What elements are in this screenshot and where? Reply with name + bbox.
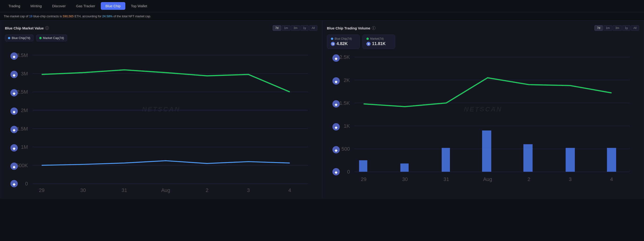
svg-rect-69 <box>607 148 616 172</box>
right-legend-blue-block: Blue Chip(7d) ◆ 4.82K <box>327 34 360 49</box>
svg-text:◆: ◆ <box>13 165 16 169</box>
svg-text:4: 4 <box>288 187 291 193</box>
svg-text:30: 30 <box>80 187 86 193</box>
left-filter-7d[interactable]: 7d <box>273 25 281 31</box>
svg-text:3: 3 <box>569 176 572 182</box>
left-legend-market-cap: Market Cap(7d) <box>36 34 67 41</box>
svg-text:Aug: Aug <box>161 187 170 193</box>
svg-rect-67 <box>523 144 532 172</box>
right-filter-1m[interactable]: 1m <box>603 25 612 31</box>
right-legend-blue-value: ◆ 4.82K <box>331 41 356 46</box>
svg-text:◆: ◆ <box>13 128 16 132</box>
svg-text:◆: ◆ <box>335 102 338 106</box>
left-legend-blue-dot <box>8 37 10 39</box>
svg-text:30: 30 <box>402 176 408 182</box>
nav-discover[interactable]: Discover <box>48 2 70 10</box>
nav-top-wallet[interactable]: Top Wallet <box>126 2 152 10</box>
svg-text:◆: ◆ <box>13 182 16 186</box>
svg-text:1M: 1M <box>21 144 28 150</box>
info-count: 19 <box>29 14 32 18</box>
left-legend-green-label: Market Cap(7d) <box>43 36 64 40</box>
right-legend-market-value: ◆ 11.81K <box>366 41 391 46</box>
svg-text:◆: ◆ <box>335 170 338 174</box>
left-filter-1m[interactable]: 1m <box>282 25 291 31</box>
right-chart-title: Blue Chip Trading Volume i <box>327 26 376 30</box>
svg-rect-64 <box>400 164 408 172</box>
svg-rect-63 <box>359 160 367 172</box>
nav-blue-chip[interactable]: Blue Chip <box>101 2 125 10</box>
left-chart-area: 3.5M 3M 2.5M 2M 1.5M 1M 500K 0 ◆ ◆ ◆ ◆ ◆ <box>5 46 317 194</box>
nav-minting[interactable]: Minting <box>26 2 46 10</box>
left-filter-1y[interactable]: 1y <box>300 25 309 31</box>
left-chart-header: Blue Chip Market Value i 7d 1m 3m 1y All <box>5 25 317 31</box>
svg-text:4: 4 <box>610 176 613 182</box>
info-text-mid2: ETH, accounting for <box>74 14 102 18</box>
right-filter-7d[interactable]: 7d <box>594 25 602 31</box>
svg-text:◆: ◆ <box>13 55 16 59</box>
svg-text:500: 500 <box>342 146 350 152</box>
info-text-after: of the total NFT market cap. <box>112 14 151 18</box>
svg-text:◆: ◆ <box>13 73 16 77</box>
right-legend-blue-label: Blue Chip(7d) <box>331 37 356 40</box>
svg-text:1K: 1K <box>344 123 350 129</box>
right-filter-all[interactable]: All <box>631 25 639 31</box>
svg-text:◆: ◆ <box>13 110 16 114</box>
left-legend-green-dot <box>39 37 42 39</box>
right-legend-values-row: Blue Chip(7d) ◆ 4.82K Market(7d) ◆ 11.81… <box>327 34 639 49</box>
right-filter-3m[interactable]: 3m <box>613 25 622 31</box>
svg-text:29: 29 <box>39 187 44 193</box>
svg-text:3.5M: 3.5M <box>16 52 28 58</box>
svg-text:2: 2 <box>206 187 208 193</box>
left-info-icon[interactable]: i <box>45 26 49 30</box>
svg-text:3: 3 <box>247 187 250 193</box>
right-time-filters: 7d 1m 3m 1y All <box>594 25 639 31</box>
svg-text:1.5M: 1.5M <box>16 126 28 132</box>
charts-container: NETSCAN Blue Chip Market Value i 7d 1m 3… <box>0 20 644 199</box>
svg-text:◆: ◆ <box>335 56 338 60</box>
right-info-icon[interactable]: i <box>372 26 376 30</box>
left-chart-panel: NETSCAN Blue Chip Market Value i 7d 1m 3… <box>0 20 322 199</box>
svg-text:◆: ◆ <box>13 146 16 150</box>
svg-rect-68 <box>566 148 575 172</box>
svg-text:0: 0 <box>347 169 350 175</box>
left-filter-3m[interactable]: 3m <box>291 25 300 31</box>
svg-text:2: 2 <box>528 176 530 182</box>
info-text-before: The market cap of <box>4 14 29 18</box>
svg-text:2K: 2K <box>344 77 350 83</box>
right-filter-1y[interactable]: 1y <box>622 25 630 31</box>
svg-rect-66 <box>482 131 491 172</box>
left-filter-all[interactable]: All <box>309 25 317 31</box>
svg-text:31: 31 <box>443 176 449 182</box>
right-chart-panel: NETSCAN Blue Chip Trading Volume i 7d 1m… <box>322 20 644 199</box>
left-legend-blue-label: Blue Chip(7d) <box>12 36 30 40</box>
nav-trading[interactable]: Trading <box>4 2 25 10</box>
left-chart-svg: 3.5M 3M 2.5M 2M 1.5M 1M 500K 0 ◆ ◆ ◆ ◆ ◆ <box>5 46 317 193</box>
svg-text:Aug: Aug <box>483 176 492 182</box>
right-legend-market-label: Market(7d) <box>366 37 391 40</box>
right-chart-header: Blue Chip Trading Volume i 7d 1m 3m 1y A… <box>327 25 639 31</box>
svg-text:2.5M: 2.5M <box>16 89 28 95</box>
svg-text:1.5K: 1.5K <box>340 100 350 106</box>
left-time-filters: 7d 1m 3m 1y All <box>273 25 317 31</box>
svg-text:◆: ◆ <box>335 125 338 129</box>
eth-icon-blue: ◆ <box>331 42 335 46</box>
svg-text:2.5K: 2.5K <box>340 54 350 60</box>
svg-text:3M: 3M <box>21 71 28 77</box>
eth-icon-market: ◆ <box>366 42 371 46</box>
navigation: Trading Minting Discover Gas Tracker Blu… <box>0 0 644 12</box>
svg-text:29: 29 <box>361 176 366 182</box>
nav-gas-tracker[interactable]: Gas Tracker <box>71 2 100 10</box>
left-legend-row: Blue Chip(7d) Market Cap(7d) <box>5 34 317 41</box>
svg-text:2M: 2M <box>21 107 28 113</box>
svg-text:0: 0 <box>25 181 28 187</box>
info-text-mid1: blue-chip contracts is <box>32 14 63 18</box>
info-eth-value: 590,565 <box>63 14 74 18</box>
info-percent: 24.58% <box>102 14 112 18</box>
svg-text:◆: ◆ <box>335 148 338 152</box>
svg-rect-65 <box>442 148 450 172</box>
svg-text:500K: 500K <box>16 163 28 168</box>
left-chart-title: Blue Chip Market Value i <box>5 26 49 30</box>
right-legend-market-block: Market(7d) ◆ 11.81K <box>362 34 395 49</box>
info-bar: The market cap of 19 blue-chip contracts… <box>0 12 644 20</box>
svg-text:◆: ◆ <box>13 91 16 95</box>
